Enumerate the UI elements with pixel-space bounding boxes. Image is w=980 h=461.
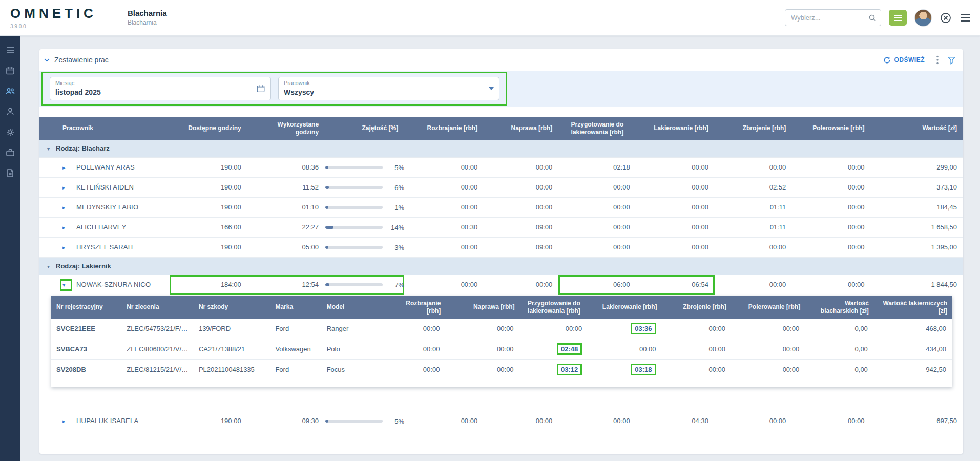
app-version: 3.9.0.0 bbox=[10, 24, 97, 29]
list-view-button[interactable] bbox=[889, 10, 907, 26]
expand-row-icon[interactable]: ▸ bbox=[62, 244, 70, 251]
group-collapse-icon[interactable]: ▾ bbox=[47, 146, 50, 152]
column-header: Nr szkody bbox=[194, 296, 270, 319]
gear-icon bbox=[5, 127, 15, 137]
employee-name: POLEWANY ARAS bbox=[76, 163, 135, 171]
column-header: Pracownik bbox=[39, 117, 170, 140]
employee-row[interactable]: ▸MEDYNSKIY FABIO190:0001:101%00:0000:000… bbox=[39, 197, 963, 217]
month-filter-field[interactable]: Miesiąc listopad 2025 bbox=[50, 77, 271, 100]
expand-row-icon[interactable]: ▸ bbox=[62, 224, 70, 231]
expand-row-icon[interactable]: ▸ bbox=[62, 184, 70, 191]
employee-row[interactable]: ▾NOWAK-SZNURA NICO184:0012:547%00:0000:0… bbox=[39, 275, 963, 295]
value-cell: 0,00 bbox=[805, 319, 874, 339]
occupancy-bar bbox=[325, 283, 383, 286]
occupancy-bar bbox=[325, 166, 383, 169]
employee-row[interactable]: ▸POLEWANY ARAS190:0008:365%00:0000:0002:… bbox=[39, 157, 963, 177]
close-circle-button[interactable] bbox=[940, 12, 952, 24]
occupancy-bar bbox=[325, 206, 383, 209]
month-filter-label: Miesiąc bbox=[55, 80, 74, 86]
section-header: Zestawienie prac ODŚWIEŻ bbox=[39, 49, 963, 71]
document-icon bbox=[5, 168, 15, 178]
employee-filter-field[interactable]: Pracownik Wszyscy bbox=[278, 77, 499, 100]
value-cell: 00:00 bbox=[636, 197, 715, 217]
value-cell: 00:00 bbox=[404, 411, 484, 431]
employee-row[interactable]: ▸HRYSZEL SARAH190:0005:003%00:0009:0000:… bbox=[39, 237, 963, 257]
value-cell: ZLEC/81215/21/V/BL bbox=[121, 360, 194, 380]
top-bar-actions bbox=[785, 9, 971, 27]
detail-row: Nr rejestracyjnyNr zleceniaNr szkodyMark… bbox=[39, 295, 963, 411]
employee-name: MEDYNSKIY FABIO bbox=[76, 203, 138, 211]
value-cell: 09:30 bbox=[247, 411, 325, 431]
value-cell: 190:00 bbox=[170, 237, 247, 257]
expand-row-icon[interactable]: ▸ bbox=[62, 204, 70, 211]
value-cell: 00:00 bbox=[715, 237, 792, 257]
section-tools: ODŚWIEŻ bbox=[880, 55, 956, 65]
sidebar-item-employees[interactable] bbox=[0, 81, 20, 101]
main-menu-button[interactable] bbox=[960, 13, 971, 23]
value-cell: 00:00 bbox=[662, 339, 732, 360]
column-header: Wartość lakierniczych [zł] bbox=[874, 296, 952, 319]
filter-band: Miesiąc listopad 2025 Pracownik Wszyscy bbox=[39, 71, 963, 107]
close-circle-icon bbox=[940, 12, 952, 24]
employee-row[interactable]: ▸KETLIŃSKI AIDEN190:0011:526%00:0000:000… bbox=[39, 177, 963, 197]
app-window: OMNETIC 3.9.0.0 Blacharnia Blacharnia bbox=[0, 0, 980, 461]
value-cell: 00:00 bbox=[558, 177, 636, 197]
value-cell: 00:00 bbox=[792, 217, 870, 237]
section-collapse[interactable]: Zestawienie prac bbox=[44, 56, 109, 64]
sidebar-item-person[interactable] bbox=[0, 101, 20, 122]
calendar-field-icon[interactable] bbox=[256, 84, 265, 93]
occupancy-percent: 3% bbox=[388, 244, 404, 252]
occupancy-percent: 6% bbox=[388, 184, 404, 192]
dropdown-caret-icon[interactable] bbox=[489, 87, 494, 90]
value-cell: 00:00 bbox=[484, 157, 558, 177]
value-cell: 190:00 bbox=[170, 411, 247, 431]
value-cell: 03:18 bbox=[588, 360, 662, 380]
order-row[interactable]: SVBCA73ZLEC/80600/21/V/BLCA21/71388/21Vo… bbox=[51, 339, 952, 360]
filter-button[interactable] bbox=[947, 56, 956, 65]
value-cell: 00:00 bbox=[520, 319, 589, 339]
search-input[interactable] bbox=[785, 9, 881, 26]
sidebar-item-briefcase[interactable] bbox=[0, 142, 20, 163]
group-label: Rodzaj: Blacharz bbox=[56, 144, 110, 152]
expand-row-icon[interactable]: ▸ bbox=[62, 418, 70, 425]
employee-filter-label: Pracownik bbox=[284, 80, 310, 86]
value-cell: ZLEC/80600/21/V/BL bbox=[121, 339, 194, 360]
column-header: Naprawa [rbh] bbox=[484, 117, 558, 140]
value-cell: 00:00 bbox=[404, 237, 484, 257]
employee-name: KETLIŃSKI AIDEN bbox=[76, 183, 134, 191]
employee-row[interactable]: ▸ALICH HARVEY166:0022:2714%00:3009:0000:… bbox=[39, 217, 963, 237]
order-row[interactable]: SVCE21EEEZLEC/54753/21/F/BL/S...139/FORD… bbox=[51, 319, 952, 339]
value-cell: 942,50 bbox=[874, 360, 952, 380]
sidebar-item-calendar[interactable] bbox=[0, 60, 20, 81]
value-cell: 0,00 bbox=[805, 339, 874, 360]
employee-row[interactable]: ▸HUPALUK ISABELA190:0009:305%00:0000:000… bbox=[39, 411, 963, 431]
value-cell: 00:00 bbox=[792, 411, 870, 431]
avatar[interactable] bbox=[914, 9, 932, 27]
value-cell: 00:00 bbox=[588, 339, 662, 360]
value-cell: 01:10 bbox=[247, 197, 325, 217]
expand-row-icon[interactable]: ▸ bbox=[62, 164, 70, 171]
value-cell: 299,00 bbox=[871, 157, 963, 177]
value-cell: 190:00 bbox=[170, 157, 247, 177]
expand-row-icon[interactable]: ▾ bbox=[62, 282, 70, 288]
group-row[interactable]: ▾Rodzaj: Blacharz bbox=[39, 140, 963, 157]
value-cell: 139/FORD bbox=[194, 319, 270, 339]
value-cell: 00:00 bbox=[732, 339, 805, 360]
value-cell: 190:00 bbox=[170, 177, 247, 197]
occupancy-percent: 7% bbox=[388, 281, 404, 289]
chevron-down-icon bbox=[44, 58, 50, 62]
value-cell: 166:00 bbox=[170, 217, 247, 237]
group-row[interactable]: ▾Rodzaj: Lakiernik bbox=[39, 257, 963, 275]
value-cell: 00:00 bbox=[792, 197, 870, 217]
column-header: Zbrojenie [rbh] bbox=[715, 117, 792, 140]
group-collapse-icon[interactable]: ▾ bbox=[47, 264, 50, 269]
sidebar-item-documents[interactable] bbox=[0, 163, 20, 183]
more-options-button[interactable] bbox=[936, 55, 939, 65]
order-row[interactable]: SV208DBZLEC/81215/21/V/BLPL2021100481335… bbox=[51, 360, 952, 380]
sidebar-item-settings[interactable] bbox=[0, 122, 20, 142]
value-cell: 373,10 bbox=[871, 177, 963, 197]
sidebar-item-list[interactable] bbox=[0, 40, 20, 60]
refresh-button[interactable]: ODŚWIEŻ bbox=[880, 56, 928, 65]
column-header: Dostępne godziny bbox=[170, 117, 247, 140]
sidebar bbox=[0, 36, 20, 461]
